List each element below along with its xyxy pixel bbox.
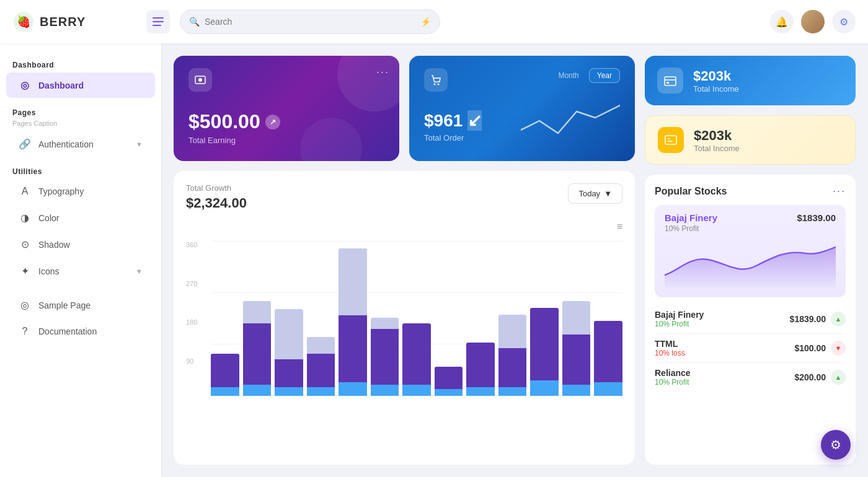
bar-group [307, 241, 335, 396]
stock-name: Bajaj Finery [655, 310, 704, 320]
bar-blue [211, 387, 239, 396]
bar-blue [530, 380, 559, 396]
sidebar-item-dashboard[interactable]: ◎ Dashboard [6, 72, 155, 98]
bar-purple [530, 308, 559, 380]
chart-menu-icon[interactable]: ≡ [617, 221, 622, 232]
month-toggle-button[interactable]: Month [551, 68, 586, 83]
fab-button[interactable]: ⚙ [821, 430, 851, 460]
search-icon: 🔍 [189, 17, 200, 27]
hamburger-button[interactable] [146, 10, 170, 33]
bar-group [530, 241, 559, 396]
sidebar-section-pages: Pages [0, 103, 161, 120]
earning-card-dots[interactable]: ··· [376, 66, 389, 79]
bar-light [371, 318, 399, 329]
sidebar-auth-label: Authentication [38, 139, 128, 149]
sidebar-item-documentation[interactable]: ? Documentation [6, 319, 155, 344]
sidebar-shadow-label: Shadow [38, 240, 143, 250]
stocks-title: Popular Stocks [655, 186, 727, 197]
chart-title: Total Growth [186, 183, 247, 193]
sidebar-docs-label: Documentation [38, 326, 143, 336]
stock-price: $1839.00 [790, 314, 826, 324]
bar-purple [371, 329, 399, 385]
svg-rect-11 [666, 82, 669, 84]
bar-light [275, 309, 303, 359]
stock-row: TTML10% loss$100.00▼ [655, 334, 846, 363]
stocks-card: Popular Stocks ··· Bajaj Finery $1839.00… [645, 175, 856, 465]
chart-amount: $2,324.00 [186, 195, 247, 211]
bar-light [339, 248, 367, 315]
bar-purple [243, 323, 272, 385]
search-input[interactable] [205, 17, 415, 27]
svg-point-6 [198, 78, 202, 82]
documentation-icon: ? [19, 326, 31, 337]
sidebar-pages-caption: Pages Caption [0, 120, 161, 131]
bar-purple [339, 315, 367, 382]
icons-icon: ✦ [19, 265, 31, 277]
order-trend-icon: ↙ [467, 110, 482, 131]
main-column: ··· $500.00 ↗ Total Earning [174, 56, 635, 465]
content-area: ··· $500.00 ↗ Total Earning [161, 43, 868, 477]
bar-group [594, 241, 622, 396]
stock-list: Bajaj Finery10% Profit$1839.00▲TTML10% l… [655, 305, 846, 392]
sidebar-item-sample-page[interactable]: ◎ Sample Page [6, 292, 155, 318]
order-amount: $961 ↙ [424, 110, 482, 131]
topbar-right: 🔔 ⚙ [770, 10, 856, 33]
sidebar-typography-label: Typography [38, 186, 143, 196]
income-yellow-icon [658, 127, 684, 153]
bajaj-name: Bajaj Finery [665, 212, 717, 223]
top-cards-row: ··· $500.00 ↗ Total Earning [174, 56, 635, 161]
bar-light [307, 337, 335, 354]
stocks-more-icon[interactable]: ··· [833, 185, 846, 198]
earning-trend-icon: ↗ [265, 115, 280, 129]
sidebar-item-typography[interactable]: A Typography [6, 179, 155, 204]
chart-controls: ≡ [186, 221, 622, 232]
stock-change: 10% Profit [655, 320, 704, 328]
order-card-icon [424, 68, 448, 92]
bar-blue [435, 389, 463, 396]
sidebar-item-shadow[interactable]: ⊙ Shadow [6, 232, 155, 257]
bar-light [562, 301, 591, 335]
sidebar-item-icons[interactable]: ✦ Icons ▼ [6, 258, 155, 284]
sidebar-item-color[interactable]: ◑ Color [6, 205, 155, 230]
y-axis: 360 270 180 90 [186, 235, 197, 396]
sidebar-item-authentication[interactable]: 🔗 Authentication ▼ [6, 131, 155, 157]
bar-purple [275, 359, 303, 387]
chart-header: Total Growth $2,324.00 Today ▼ [186, 183, 622, 211]
year-toggle-button[interactable]: Year [589, 68, 620, 83]
notification-button[interactable]: 🔔 [770, 10, 794, 33]
svg-rect-3 [153, 21, 164, 22]
bajaj-price: $1839.00 [797, 212, 836, 223]
income-yellow-card: $203k Total Income [645, 115, 856, 165]
stock-name: Reliance [655, 368, 691, 378]
bar-blue [371, 385, 399, 396]
avatar[interactable] [801, 10, 825, 33]
bar-blue [339, 382, 367, 396]
sidebar-section-dashboard: Dashboard [0, 56, 161, 72]
bajaj-profit: 10% Profit [665, 224, 836, 233]
shadow-icon: ⊙ [19, 239, 31, 250]
main-layout: Dashboard ◎ Dashboard Pages Pages Captio… [0, 43, 868, 477]
sample-page-icon: ◎ [19, 299, 31, 311]
bar-purple [594, 321, 622, 382]
bar-blue [594, 382, 622, 396]
bar-blue [466, 387, 495, 396]
filter-icon[interactable]: ⚡ [420, 17, 431, 27]
order-toggle: Month Year [551, 68, 620, 83]
sidebar-color-label: Color [38, 213, 143, 223]
svg-point-8 [438, 84, 440, 85]
today-button[interactable]: Today ▼ [568, 183, 622, 204]
earning-label: Total Earning [188, 136, 384, 145]
chevron-icons-icon: ▼ [136, 268, 143, 275]
bar-group [562, 241, 591, 396]
stock-change: 10% loss [655, 349, 685, 357]
order-label: Total Order [424, 133, 482, 142]
svg-text:🍓: 🍓 [17, 15, 31, 28]
bar-blue [243, 385, 272, 396]
order-card: Month Year $961 ↙ Total Order [409, 56, 635, 161]
chevron-down-icon: ▼ [136, 141, 143, 148]
income-blue-label: Total Income [693, 84, 739, 94]
search-bar: 🔍 ⚡ [180, 9, 440, 34]
svg-point-7 [434, 84, 436, 85]
bar-chart-area: 360 270 180 90 [186, 235, 622, 396]
settings-button[interactable]: ⚙ [832, 10, 856, 33]
